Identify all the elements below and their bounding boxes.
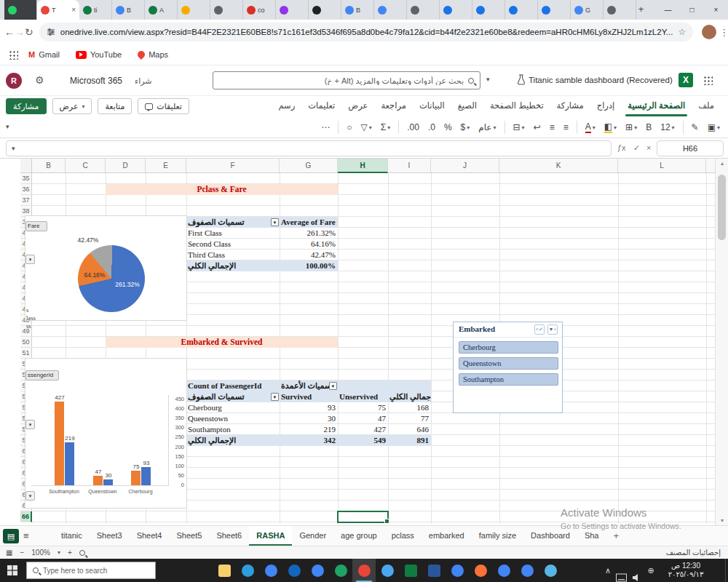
chevron-down-icon[interactable]: ▾ bbox=[486, 76, 490, 83]
autosum-button[interactable]: Σ▾ bbox=[377, 121, 394, 134]
font-color-button[interactable]: A▾ bbox=[582, 121, 599, 135]
pivot-value[interactable]: 646 bbox=[388, 424, 431, 435]
scroll-down-icon[interactable]: ▾ bbox=[716, 517, 728, 524]
taskbar-app-chrome-5[interactable] bbox=[515, 559, 539, 582]
sheet-tab-titanic[interactable]: titanic bbox=[54, 526, 90, 546]
taskbar-app-paint[interactable] bbox=[539, 559, 562, 582]
taskbar-app-app-green[interactable] bbox=[329, 559, 352, 582]
taskbar-search-box[interactable] bbox=[26, 562, 156, 579]
tab-close-icon[interactable]: × bbox=[71, 6, 76, 14]
column-header-H[interactable]: H bbox=[338, 159, 388, 173]
chevron-down-icon[interactable]: ▾ bbox=[12, 145, 15, 152]
ribbon-tab-1[interactable]: ملف bbox=[692, 96, 721, 116]
column-header-E[interactable]: E bbox=[146, 159, 186, 173]
sheet-view-grid-icon[interactable]: ▦ bbox=[6, 549, 12, 557]
pivot-value[interactable]: 261.32% bbox=[280, 228, 338, 239]
browser-tab-3[interactable]: ti bbox=[79, 0, 112, 20]
pivot-value[interactable]: 77 bbox=[388, 413, 431, 424]
browser-tab-10[interactable] bbox=[309, 0, 341, 20]
column-header-B[interactable]: B bbox=[32, 159, 66, 173]
fare-pie-chart[interactable]: 42.47% 64.16% 261.32% Fare ▾ s lass ss bbox=[25, 215, 187, 321]
more-options-button[interactable]: ⋯ bbox=[317, 121, 333, 134]
scrollbar-thumb[interactable] bbox=[718, 175, 726, 240]
row-header-37[interactable]: 37 bbox=[20, 195, 32, 206]
paste-button[interactable]: ▣▾ bbox=[704, 121, 724, 134]
decrease-decimal-button[interactable]: .0 bbox=[424, 121, 439, 134]
browser-tab-2[interactable]: T× bbox=[37, 0, 79, 20]
browser-menu-icon[interactable]: ⋮ bbox=[719, 27, 728, 38]
lab-flask-icon[interactable] bbox=[517, 74, 526, 85]
column-header-G[interactable]: G bbox=[280, 159, 338, 173]
column-header-J[interactable]: J bbox=[431, 159, 499, 173]
browser-tab-14[interactable] bbox=[440, 0, 472, 20]
ribbon-tab-7[interactable]: البيانات bbox=[413, 96, 451, 116]
pivot-row-label[interactable]: Second Class bbox=[186, 239, 280, 250]
taskbar-app-firefox[interactable] bbox=[469, 559, 492, 582]
sheet-tab-embarked[interactable]: embarked bbox=[422, 526, 472, 546]
network-icon[interactable]: ⊕ bbox=[645, 559, 657, 582]
ribbon-tab-6[interactable]: الصيغ bbox=[451, 96, 483, 116]
workbook-statistics-button[interactable]: إحصائيات المصنف bbox=[666, 546, 721, 559]
cancel-x-icon[interactable]: × bbox=[646, 143, 651, 152]
browser-tab-18[interactable]: G bbox=[571, 0, 604, 20]
browser-tab-5[interactable]: A bbox=[145, 0, 178, 20]
pivot-value[interactable]: 93 bbox=[280, 402, 338, 413]
url-field[interactable]: onedrive.live.com/view.aspx?resid=B44F2E… bbox=[39, 23, 693, 41]
close-button[interactable]: × bbox=[704, 0, 728, 20]
taskbar-app-app-blue[interactable] bbox=[282, 559, 306, 582]
taskbar-app-chrome-3[interactable] bbox=[446, 559, 469, 582]
merge-center-button[interactable]: ⊟▾ bbox=[510, 121, 529, 134]
column-header-I[interactable]: I bbox=[388, 159, 431, 173]
app-launcher-icon[interactable] bbox=[703, 76, 713, 85]
font-size-select[interactable]: 12▾ bbox=[657, 121, 678, 134]
pivot-row-label[interactable]: Queenstown bbox=[186, 413, 280, 424]
start-button-icon[interactable] bbox=[7, 565, 17, 575]
pivot-value[interactable]: 219 bbox=[280, 424, 338, 435]
number-format-select[interactable]: عام▾ bbox=[475, 121, 499, 134]
formula-input[interactable] bbox=[6, 140, 612, 156]
format-painter-button[interactable]: ✎ bbox=[688, 121, 703, 134]
taskbar-app-word[interactable] bbox=[422, 559, 446, 582]
bookmark-star-icon[interactable]: ☆ bbox=[678, 27, 686, 37]
row-header-51[interactable]: 51 bbox=[20, 348, 32, 359]
slicer-item-southampton[interactable]: Southampton bbox=[459, 373, 558, 386]
chart-filter-dropdown-icon[interactable]: ▾ bbox=[25, 491, 35, 501]
row-header-50[interactable]: 50 bbox=[20, 337, 32, 348]
browser-tab-6[interactable] bbox=[178, 0, 210, 20]
pivot-value[interactable]: 168 bbox=[388, 402, 431, 413]
zoom-out-button[interactable]: − bbox=[20, 549, 24, 557]
ribbon-tab-3[interactable]: إدراج bbox=[590, 96, 622, 116]
view-mode-button[interactable]: عرض▾ bbox=[52, 98, 92, 114]
speaker-icon[interactable] bbox=[632, 566, 641, 582]
embarked-bar-chart[interactable]: 4274775219309345040035030025020015010050… bbox=[25, 358, 187, 509]
sheet-navigation-button[interactable]: ▤ bbox=[3, 529, 19, 543]
browser-tab-4[interactable]: B bbox=[112, 0, 145, 20]
pivot-value[interactable]: 47 bbox=[338, 413, 388, 424]
multi-select-icon[interactable]: ≡✓ bbox=[534, 324, 545, 335]
ribbon-tab-5[interactable]: تخطيط الصفحة bbox=[483, 96, 550, 116]
pivot-value[interactable]: 427 bbox=[338, 424, 388, 435]
pivot-value[interactable]: 30 bbox=[280, 413, 338, 424]
enter-check-icon[interactable]: ✓ bbox=[633, 143, 640, 153]
chart-filter-dropdown-icon[interactable]: ▾ bbox=[25, 420, 35, 429]
sheet-tab-sheet5[interactable]: Sheet5 bbox=[170, 526, 210, 546]
column-header-K[interactable]: K bbox=[499, 159, 618, 173]
vertical-scrollbar[interactable]: ▴ ▾ bbox=[715, 159, 728, 525]
selected-cell-h66[interactable] bbox=[337, 511, 389, 523]
share-button[interactable]: مشاركة bbox=[6, 98, 47, 114]
wrap-text-button[interactable]: ↩ bbox=[530, 121, 545, 134]
forward-button[interactable]: → bbox=[15, 26, 25, 38]
taskbar-search-input[interactable] bbox=[43, 567, 149, 575]
minimize-button[interactable]: — bbox=[656, 0, 680, 20]
sheet-tab-sheet4[interactable]: Sheet4 bbox=[130, 526, 170, 546]
sort-filter-button[interactable]: ▽▾ bbox=[357, 121, 376, 134]
document-title[interactable]: Titanic samble dashboard (Recovered) bbox=[529, 76, 673, 84]
follow-button[interactable]: متابعة bbox=[98, 98, 132, 114]
browser-profile-avatar[interactable] bbox=[702, 25, 716, 39]
column-header-C[interactable]: C bbox=[66, 159, 106, 173]
increase-decimal-button[interactable]: .00 bbox=[403, 121, 423, 134]
ribbon-tab-9[interactable]: عرض bbox=[341, 96, 374, 116]
taskbar-app-file-explorer[interactable] bbox=[213, 559, 236, 582]
maximize-button[interactable]: □ bbox=[680, 0, 704, 20]
pivot-row-label[interactable]: Southampton bbox=[186, 424, 280, 435]
